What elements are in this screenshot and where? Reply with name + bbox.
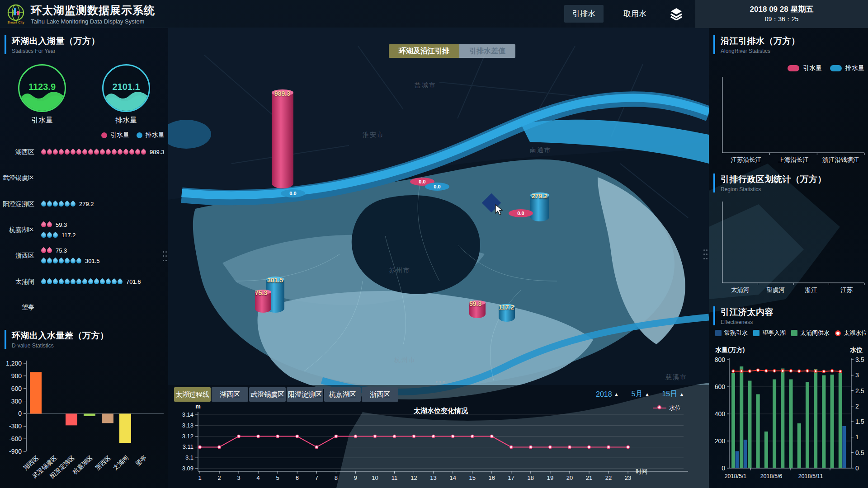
drop-line: 59.3: [41, 220, 76, 229]
toggle-around-lake[interactable]: 环湖及沿江引排: [389, 44, 459, 58]
map-city-label: 杭州市: [394, 356, 416, 364]
region-lines: 279.2: [41, 200, 94, 209]
svg-text:900: 900: [11, 372, 22, 380]
svg-text:15: 15: [469, 474, 475, 481]
date-select[interactable]: 15日▲: [662, 389, 684, 399]
drop-line-value: 701.6: [126, 278, 141, 285]
date-label: 2018 09 28 星期五: [750, 4, 814, 14]
dashboard-root: Smart City 环太湖监测数据展示系统 Taihu Lake Monito…: [0, 0, 868, 488]
drain-drop-icon: [52, 278, 59, 286]
drop-line-value: 279.2: [79, 201, 94, 207]
layers-icon[interactable]: [669, 8, 684, 20]
toggle-dvalue[interactable]: 引排水差值: [459, 44, 515, 58]
region-drop-rows: 湖西区989.3武澄锡虞区阳澄淀泖区279.2杭嘉湖区59.3117.2浙西区7…: [0, 139, 168, 321]
legend-dot: [101, 132, 107, 138]
legend-label: 常熟引水: [724, 329, 748, 337]
intake-drop-icon: [87, 149, 94, 156]
svg-text:-300: -300: [9, 422, 22, 430]
intake-drop-icon: [81, 149, 89, 156]
drain-drop-icon: [46, 278, 53, 286]
right-drag-handle[interactable]: [703, 249, 708, 261]
map-city-label: 南通市: [530, 146, 552, 155]
dvalue-bar-chart: 1,2009006003000-300-600-900湖西区武澄锡虞区阳澄淀泖区…: [0, 355, 168, 488]
tab-湖西区[interactable]: 湖西区: [212, 387, 248, 402]
region-row: 武澄锡虞区: [0, 165, 168, 191]
legend-item[interactable]: 太湖水位: [835, 329, 867, 337]
tab-太湖过程线[interactable]: 太湖过程线: [174, 387, 211, 402]
right-axis-label: 水位: [850, 346, 863, 354]
svg-text:17: 17: [508, 474, 514, 481]
section-title: 环湖出入湖量（万方）: [12, 35, 100, 47]
chevron-up-icon: ▲: [679, 392, 684, 397]
intake-drop-icon: [46, 221, 53, 229]
tab-武澄锡虞区[interactable]: 武澄锡虞区: [249, 387, 286, 402]
svg-text:0.5: 0.5: [855, 449, 864, 456]
svg-text:太浦闸: 太浦闸: [112, 454, 130, 471]
legend-item[interactable]: 引水量: [788, 64, 822, 72]
bottom-panel: 太湖水位变化情况m3.143.133.123.113.13.0912345678…: [168, 385, 709, 488]
drain-drop-icon: [111, 278, 118, 286]
legend-item[interactable]: 引水量: [101, 131, 129, 139]
svg-text:上海沿长江: 上海沿长江: [778, 156, 809, 163]
legend-item[interactable]: 太浦闸供水: [791, 329, 830, 337]
nav-button-intake[interactable]: 取用水: [615, 5, 655, 23]
section-subtitle: Effectiveness: [721, 319, 774, 325]
time-label: 09：36：25: [765, 15, 799, 23]
legend-item[interactable]: 常熟引水: [715, 329, 748, 337]
svg-text:300: 300: [11, 398, 22, 405]
tab-阳澄淀泖区[interactable]: 阳澄淀泖区: [287, 387, 323, 402]
region-chart: 太浦河望虞河浙江江苏: [709, 200, 868, 297]
drain-drop-icon: [70, 201, 77, 208]
svg-text:0: 0: [722, 465, 725, 472]
svg-text:19: 19: [547, 474, 553, 481]
drop-line-value: 59.3: [56, 221, 67, 228]
drain-drop-icon: [70, 278, 77, 286]
map-mode-toggle: 环湖及沿江引排 引排水差值: [389, 44, 515, 58]
map-city-label: 淮安市: [363, 131, 384, 139]
right-panel: 沿江引排水（万方） AlongRiver Statistics 引水量排水量 江…: [709, 28, 868, 488]
drop-line-value: 989.3: [150, 149, 165, 155]
svg-text:8: 8: [335, 474, 338, 481]
water-level-legend[interactable]: 水位: [653, 404, 681, 412]
drop-line-value: 117.2: [61, 232, 76, 239]
legend-item[interactable]: 望亭入湖: [753, 329, 786, 337]
tab-浙西区[interactable]: 浙西区: [362, 387, 398, 402]
date-select[interactable]: 5月▲: [632, 389, 650, 399]
svg-text:3.11: 3.11: [183, 443, 193, 450]
region-row: 阳澄淀泖区279.2: [0, 191, 168, 217]
map-city-label: 盐城市: [415, 81, 436, 89]
svg-text:2: 2: [217, 474, 221, 481]
section-header-alongriver: 沿江引排水（万方） AlongRiver Statistics: [713, 35, 800, 54]
region-label: 望亭: [0, 304, 34, 312]
drain-drop-icon: [46, 232, 53, 239]
section-subtitle: Region Statistics: [721, 186, 826, 192]
drain-drop-icon: [75, 258, 83, 265]
drain-drop-icon: [58, 201, 65, 208]
drain-drop-icon: [93, 278, 100, 286]
page-subtitle: Taihu Lake Monitoring Data Display Syste…: [31, 18, 155, 25]
app-title: 环太湖监测数据展示系统 Taihu Lake Monitoring Data D…: [31, 3, 155, 25]
legend-swatch: [791, 330, 797, 336]
drain-drop-icon: [58, 258, 65, 265]
svg-text:2018/5/11: 2018/5/11: [798, 473, 823, 479]
svg-text:江苏沿长江: 江苏沿长江: [731, 156, 762, 163]
legend-swatch: [830, 65, 842, 71]
legend-label: 排水量: [845, 64, 864, 72]
svg-text:望亭: 望亭: [134, 454, 148, 467]
legend-item[interactable]: 排水量: [830, 64, 864, 72]
intake-drop-icon: [93, 149, 100, 156]
legend-item[interactable]: 排水量: [137, 131, 165, 139]
drain-drop-icon: [40, 201, 47, 208]
tab-杭嘉湖区[interactable]: 杭嘉湖区: [324, 387, 361, 402]
left-axis-label: 水量(万方): [715, 346, 745, 354]
region-lines: 59.3117.2: [41, 220, 76, 239]
gauge-circle: 2101.1: [102, 64, 150, 112]
left-drag-handle[interactable]: [163, 251, 167, 263]
bottom-drag-handle[interactable]: [436, 381, 445, 383]
date-select[interactable]: 2018▲: [596, 389, 619, 399]
drop-line-value: 75.3: [56, 247, 67, 254]
region-row: 浙西区75.3301.5: [0, 243, 168, 269]
nav-button-drainage[interactable]: 引排水: [564, 5, 604, 23]
intake-drop-icon: [46, 247, 53, 254]
legend-label: 太浦闸供水: [800, 329, 830, 337]
